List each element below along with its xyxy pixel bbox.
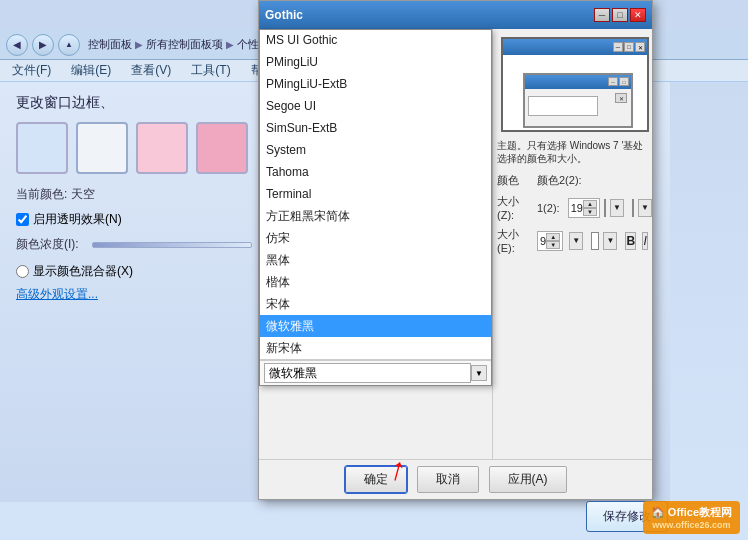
preview-minimize-btn: ─	[613, 42, 623, 52]
intensity-label: 颜色浓度(I):	[16, 236, 86, 253]
spin-group2: ▲ ▼	[546, 233, 560, 249]
italic-button[interactable]: I	[642, 232, 648, 250]
color-dropdown-arrow[interactable]: ▼	[610, 199, 624, 217]
font-item[interactable]: 黑体	[260, 249, 491, 271]
size-z-value: 1(2):	[537, 202, 560, 214]
spin-down-btn[interactable]: ▼	[583, 208, 597, 216]
size-z-row: 颜色 颜色2(2):	[497, 173, 648, 188]
font-item[interactable]: Tahoma	[260, 161, 491, 183]
swatch-pink2[interactable]	[196, 122, 248, 174]
font-item[interactable]: 宋体	[260, 293, 491, 315]
mixer-label: 显示颜色混合器(X)	[33, 263, 133, 280]
size-z-row2: 大小(Z): 1(2): 19 ▲ ▼ ▼ ▼	[497, 194, 648, 221]
controls-note: 主题。只有选择 Windows 7 '基处选择的颜色和大小。	[497, 139, 648, 165]
mixer-radio[interactable]	[16, 265, 29, 278]
color-swatch-gray[interactable]	[632, 199, 634, 217]
swatch-white[interactable]	[76, 122, 128, 174]
transparency-checkbox[interactable]	[16, 213, 29, 226]
color2-label: 颜色2(2):	[537, 173, 582, 188]
font-input-box: ▼	[260, 360, 491, 385]
watermark: 🏠 Office教程网 www.office26.com	[643, 501, 740, 534]
size-e-dropdown[interactable]: ▼	[569, 232, 583, 250]
preview-window: ─ □ ✕ ─ □ ✕	[501, 37, 649, 132]
apply-button[interactable]: 应用(A)	[489, 466, 567, 493]
inner-close-x: ✕	[615, 93, 627, 103]
font-item[interactable]: 方正粗黑宋简体	[260, 205, 491, 227]
color-swatch-blue[interactable]	[604, 199, 606, 217]
breadcrumb-allpanel[interactable]: 所有控制面板项	[146, 37, 223, 52]
font-list[interactable]: Lucida Sans Unicode Malgun Gothic Meiryo…	[260, 30, 491, 360]
inner-minimize: ─	[608, 77, 618, 86]
menu-file[interactable]: 文件(F)	[8, 60, 55, 81]
swatch-blue[interactable]	[16, 122, 68, 174]
bold-button[interactable]: B	[625, 232, 636, 250]
close-button[interactable]: ✕	[630, 8, 646, 22]
size-e-spinner[interactable]: 9 ▲ ▼	[537, 231, 563, 251]
preview-window-buttons: ─ □ ✕	[613, 42, 645, 52]
preview-maximize-btn: □	[624, 42, 634, 52]
inner-body: ✕	[525, 89, 631, 126]
swatch-pink[interactable]	[136, 122, 188, 174]
font-item[interactable]: SimSun-ExtB	[260, 117, 491, 139]
font-dialog: Gothic ─ □ ✕ Lucida Sans Unicode Malgun …	[258, 0, 653, 500]
menu-edit[interactable]: 编辑(E)	[67, 60, 115, 81]
breadcrumb: 控制面板 ▶ 所有控制面板项 ▶ 个性	[88, 37, 259, 52]
minimize-button[interactable]: ─	[594, 8, 610, 22]
breadcrumb-current[interactable]: 个性	[237, 37, 259, 52]
size-e-row: 大小(E): 9 ▲ ▼ ▼ ▼ B I	[497, 227, 648, 254]
font-item[interactable]: PMingLiU	[260, 51, 491, 73]
dialog-buttons: 确定 取消 应用(A)	[259, 459, 652, 499]
font-item[interactable]: MS UI Gothic	[260, 30, 491, 51]
spin-group: ▲ ▼	[583, 200, 597, 216]
size-z-spinner[interactable]: 19 ▲ ▼	[568, 198, 600, 218]
up-button[interactable]: ▲	[58, 34, 80, 56]
inner-dialog: ─ □ ✕	[523, 73, 633, 128]
font-item[interactable]: Segoe UI	[260, 95, 491, 117]
watermark-brand: 🏠 Office教程网	[651, 505, 732, 520]
dialog-titlebar: Gothic ─ □ ✕	[259, 1, 652, 29]
transparency-label: 启用透明效果(N)	[33, 211, 122, 228]
inner-maximize: □	[619, 77, 629, 86]
size-e-label: 大小(E):	[497, 227, 533, 254]
dialog-title: Gothic	[265, 8, 303, 22]
breadcrumb-home[interactable]: 控制面板	[88, 37, 132, 52]
color-r-swatch[interactable]	[591, 232, 599, 250]
intensity-slider[interactable]	[92, 242, 252, 248]
back-button[interactable]: ◀	[6, 34, 28, 56]
font-item[interactable]: Terminal	[260, 183, 491, 205]
inner-preview-area	[528, 96, 598, 116]
controls-grid: 主题。只有选择 Windows 7 '基处选择的颜色和大小。 颜色 颜色2(2)…	[497, 139, 648, 260]
font-item[interactable]: 新宋体	[260, 337, 491, 359]
font-item[interactable]: 仿宋	[260, 227, 491, 249]
breadcrumb-sep1: ▶	[135, 39, 143, 50]
preview-titlebar: ─ □ ✕	[503, 39, 647, 55]
font-item[interactable]: PMingLiU-ExtB	[260, 73, 491, 95]
cancel-button[interactable]: 取消	[417, 466, 479, 493]
color-label: 颜色	[497, 173, 533, 188]
spin-e-down-btn[interactable]: ▼	[546, 241, 560, 249]
font-dropdown-arrow[interactable]: ▼	[471, 365, 487, 381]
breadcrumb-sep2: ▶	[226, 39, 234, 50]
dialog-preview-area: ─ □ ✕ ─ □ ✕	[492, 29, 652, 499]
preview-body: ─ □ ✕	[503, 55, 647, 130]
maximize-button[interactable]: □	[612, 8, 628, 22]
font-dropdown: Lucida Sans Unicode Malgun Gothic Meiryo…	[259, 29, 492, 386]
forward-button[interactable]: ▶	[32, 34, 54, 56]
watermark-url: www.office26.com	[651, 520, 732, 530]
color2-dropdown-arrow[interactable]: ▼	[638, 199, 652, 217]
font-item[interactable]: 楷体	[260, 271, 491, 293]
spin-e-up-btn[interactable]: ▲	[546, 233, 560, 241]
font-item[interactable]: System	[260, 139, 491, 161]
dialog-controls: ─ □ ✕	[594, 8, 646, 22]
font-name-input[interactable]	[264, 363, 471, 383]
color-r-dropdown[interactable]: ▼	[603, 232, 617, 250]
font-item-selected[interactable]: 微软雅黑	[260, 315, 491, 337]
size-z-num: 19	[571, 202, 583, 214]
menu-view[interactable]: 查看(V)	[127, 60, 175, 81]
size-z-label: 大小(Z):	[497, 194, 533, 221]
preview-close-btn: ✕	[635, 42, 645, 52]
menu-tools[interactable]: 工具(T)	[187, 60, 234, 81]
spin-up-btn[interactable]: ▲	[583, 200, 597, 208]
